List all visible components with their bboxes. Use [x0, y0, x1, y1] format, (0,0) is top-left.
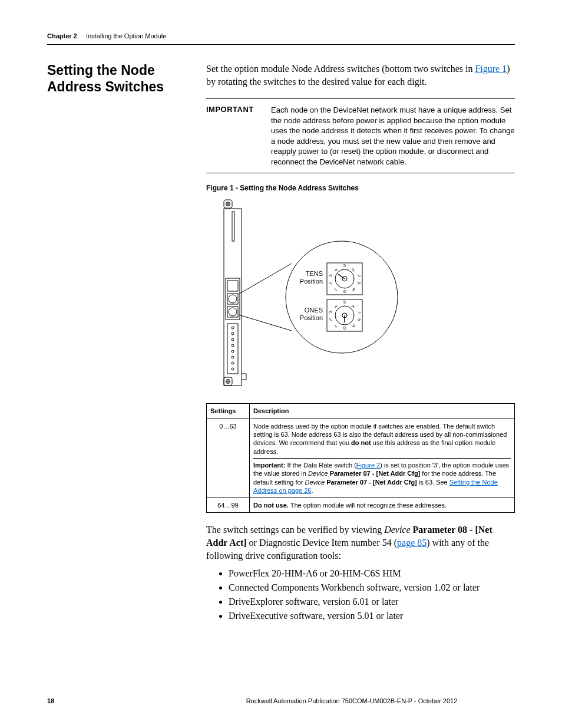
page-number: 18 — [47, 697, 189, 704]
section-heading: Setting the Node Address Switches — [47, 62, 189, 95]
ones-label: ONES — [305, 307, 323, 314]
cell-desc-0-63: Node address used by the option module i… — [250, 419, 515, 498]
svg-line-27 — [239, 315, 292, 331]
important-text: Each node on the DeviceNet network must … — [271, 105, 515, 167]
table-row: 0…63 Node address used by the option mod… — [207, 419, 515, 498]
figure1-link[interactable]: Figure 1 — [475, 64, 507, 74]
table-row: 64…99 Do not use. The option module will… — [207, 498, 515, 513]
table-header-row: Settings Description — [207, 404, 515, 419]
page85-link[interactable]: page 85 — [397, 538, 427, 548]
cell-desc-64-99: Do not use. The option module will not r… — [250, 498, 515, 513]
chapter-title: Installing the Option Module — [86, 32, 166, 39]
th-description: Description — [250, 404, 515, 419]
svg-line-26 — [239, 263, 292, 294]
cell-settings-0-63: 0…63 — [207, 419, 250, 498]
svg-text:0: 0 — [343, 289, 346, 294]
tools-list: PowerFlex 20-HIM-A6 or 20-HIM-C6S HIM Co… — [218, 566, 515, 623]
list-item: DriveExplorer software, version 6.01 or … — [229, 595, 515, 609]
tens-position-word: Position — [300, 278, 323, 285]
list-item: DriveExecutive software, version 5.01 or… — [229, 609, 515, 623]
svg-rect-12 — [227, 324, 238, 374]
svg-text:5: 5 — [343, 263, 346, 268]
cell-settings-64-99: 64…99 — [207, 498, 250, 513]
tens-label: TENS — [306, 270, 323, 277]
page-footer: 18 Rockwell Automation Publication 750CO… — [47, 697, 515, 704]
important-label: IMPORTANT — [206, 105, 259, 167]
chapter-number: Chapter 2 — [47, 32, 77, 39]
ones-position-word: Position — [300, 314, 323, 321]
svg-rect-4 — [232, 212, 234, 241]
svg-point-25 — [286, 241, 398, 353]
intro-paragraph: Set the option module Node Address switc… — [206, 62, 515, 88]
settings-table: Settings Description 0…63 Node address u… — [206, 403, 515, 513]
figure-caption: Figure 1 - Setting the Node Address Swit… — [206, 184, 515, 192]
svg-rect-6 — [226, 278, 240, 319]
svg-text:0: 0 — [343, 326, 346, 330]
important-callout: IMPORTANT Each node on the DeviceNet net… — [206, 98, 515, 173]
figure1-illustration: 0 1 2 3 4 5 6 7 8 9 TENS Position — [206, 197, 515, 397]
th-settings: Settings — [207, 404, 250, 419]
publication-id: Rockwell Automation Publication 750COM-U… — [189, 697, 515, 704]
list-item: PowerFlex 20-HIM-A6 or 20-HIM-C6S HIM — [229, 566, 515, 581]
list-item: Connected Components Workbench software,… — [229, 581, 515, 595]
svg-text:5: 5 — [343, 300, 346, 304]
running-header: Chapter 2 Installing the Option Module — [47, 32, 515, 45]
figure2-link[interactable]: Figure 2 — [356, 462, 380, 469]
verification-paragraph: The switch settings can be verified by v… — [206, 523, 515, 562]
